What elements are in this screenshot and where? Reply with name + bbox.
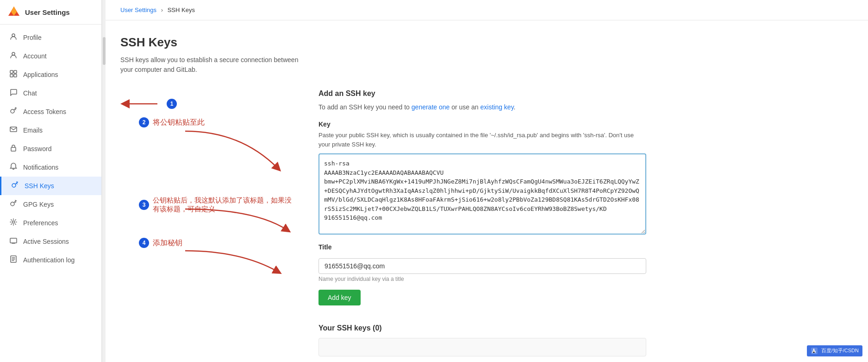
sidebar-header: User Settings [0, 0, 101, 25]
auth-log-icon [9, 255, 18, 265]
preferences-icon [9, 218, 18, 228]
gpg-keys-icon [9, 200, 18, 209]
svg-rect-6 [10, 70, 13, 73]
svg-rect-9 [14, 74, 17, 77]
sidebar-item-emails-label: Emails [23, 127, 43, 134]
title-input[interactable] [318, 258, 646, 274]
title-field-label: Title [318, 243, 646, 251]
left-column: 1 2 将公钥粘贴至此 [120, 89, 296, 356]
step2-arrow [148, 127, 296, 182]
scrollbar-track[interactable] [102, 0, 106, 362]
sidebar-item-account[interactable]: Account [0, 47, 101, 65]
sidebar-item-notifications[interactable]: Notifications [0, 158, 101, 177]
key-field-label: Key [318, 121, 646, 128]
notifications-icon [9, 163, 18, 172]
your-keys-title: Your SSH keys (0) [318, 324, 646, 332]
breadcrumb-parent[interactable]: User Settings [120, 6, 156, 13]
step2-text: 将公钥粘贴至此 [153, 118, 205, 127]
breadcrumb-separator: › [161, 6, 163, 13]
svg-rect-12 [11, 147, 16, 151]
existing-key-link[interactable]: existing key [481, 103, 514, 111]
svg-point-4 [12, 34, 15, 37]
access-tokens-icon [9, 107, 18, 116]
emails-icon [9, 126, 18, 135]
svg-rect-16 [10, 238, 17, 243]
step4-arrow [148, 246, 296, 283]
sidebar-nav: Profile Account Applications Chat [0, 25, 101, 362]
watermark-icon [811, 347, 818, 355]
key-textarea[interactable]: ssh-rsa AAAAB3NzaC1yc2EAAAADAQABAAABAQCV… [318, 153, 646, 235]
sidebar-item-active-sessions[interactable]: Active Sessions [0, 232, 101, 251]
generate-one-link[interactable]: generate one [412, 103, 450, 111]
profile-icon [9, 33, 18, 42]
sidebar-item-auth-log[interactable]: Authentication log [0, 251, 101, 269]
right-column: Add an SSH key To add an SSH key you nee… [318, 89, 646, 356]
sidebar-item-ssh-keys[interactable]: SSH Keys [0, 177, 101, 195]
main-content: User Settings › SSH Keys SSH Keys SSH ke… [106, 0, 868, 362]
desc-middle: or use an [450, 103, 480, 111]
svg-point-5 [12, 52, 15, 55]
key-field-hint: Paste your public SSH key, which is usua… [318, 131, 646, 149]
desc-prefix: To add an SSH key you need to [318, 103, 412, 111]
app-title: User Settings [25, 8, 70, 16]
step3-arrow [148, 204, 306, 241]
password-icon [9, 144, 18, 153]
sidebar-item-password[interactable]: Password [0, 140, 101, 158]
sidebar-item-account-label: Account [23, 52, 47, 60]
your-keys-section: Your SSH keys (0) [318, 324, 646, 356]
svg-point-15 [12, 221, 15, 223]
sidebar-item-chat[interactable]: Chat [0, 84, 101, 102]
keys-table [318, 338, 646, 356]
step4-bubble: 4 [139, 238, 149, 248]
add-ssh-title: Add an SSH key [318, 89, 646, 98]
page-title: SSH Keys [120, 35, 646, 50]
ssh-keys-icon [11, 181, 19, 191]
sidebar-item-active-sessions-label: Active Sessions [23, 238, 69, 245]
page-description: SSH keys allow you to establish a secure… [120, 55, 306, 75]
sidebar-item-preferences-label: Preferences [23, 219, 58, 227]
sidebar-item-profile[interactable]: Profile [0, 28, 101, 47]
add-key-section: Add key [318, 290, 646, 305]
sidebar: User Settings Profile Account Applicatio… [0, 0, 102, 362]
step3-bubble: 3 [139, 200, 149, 210]
active-sessions-icon [9, 237, 18, 246]
breadcrumb: User Settings › SSH Keys [106, 0, 868, 20]
account-icon [9, 51, 18, 61]
step1-bubble: 1 [167, 99, 177, 109]
applications-icon [9, 70, 18, 79]
svg-rect-11 [10, 127, 17, 132]
breadcrumb-current: SSH Keys [168, 6, 195, 13]
sidebar-item-applications-label: Applications [23, 71, 58, 78]
step1-indicator: 1 [167, 99, 177, 109]
title-hint: Name your individual key via a title [318, 276, 646, 282]
step2-annotation: 2 将公钥粘贴至此 [139, 117, 205, 127]
svg-rect-7 [14, 70, 17, 73]
sidebar-item-password-label: Password [23, 145, 51, 152]
two-column-layout: 1 2 将公钥粘贴至此 [120, 89, 646, 356]
sidebar-item-preferences[interactable]: Preferences [0, 214, 101, 232]
add-ssh-description: To add an SSH key you need to generate o… [318, 102, 646, 112]
sidebar-item-access-tokens[interactable]: Access Tokens [0, 102, 101, 121]
sidebar-item-ssh-keys-label: SSH Keys [25, 182, 54, 190]
sidebar-item-notifications-label: Notifications [23, 164, 58, 171]
svg-rect-8 [10, 74, 13, 77]
sidebar-item-emails[interactable]: Emails [0, 121, 101, 140]
sidebar-item-profile-label: Profile [23, 34, 42, 41]
watermark: 百度/知乎/CSDN [807, 345, 862, 356]
add-key-button[interactable]: Add key [318, 290, 361, 305]
chat-icon [9, 89, 18, 98]
sidebar-item-auth-log-label: Authentication log [23, 256, 75, 264]
sidebar-item-gpg-keys-label: GPG Keys [23, 201, 54, 208]
sidebar-item-chat-label: Chat [23, 89, 37, 97]
desc-suffix: . [514, 103, 516, 111]
sidebar-item-access-tokens-label: Access Tokens [23, 108, 66, 115]
sidebar-item-applications[interactable]: Applications [0, 65, 101, 84]
sidebar-item-gpg-keys[interactable]: GPG Keys [0, 195, 101, 214]
title-section: Title Name your individual key via a tit… [318, 243, 646, 282]
watermark-text: 百度/知乎/CSDN [821, 348, 859, 353]
page-content: SSH Keys SSH keys allow you to establish… [106, 20, 661, 362]
title-input-wrap: Name your individual key via a title [318, 258, 646, 282]
step2-bubble: 2 [139, 117, 149, 127]
title-field-row: Name your individual key via a title [318, 258, 646, 282]
app-logo [7, 6, 20, 19]
